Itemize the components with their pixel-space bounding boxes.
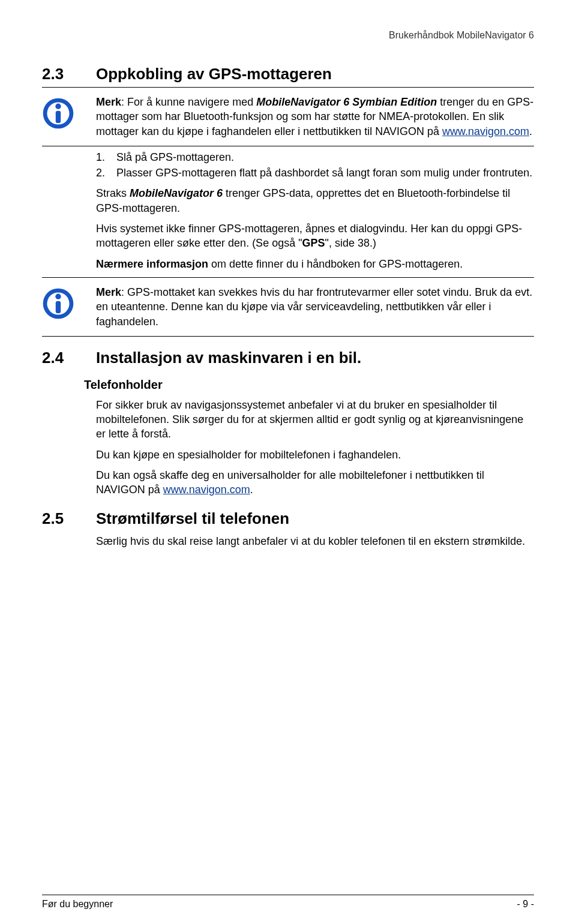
notice-icon xyxy=(42,97,74,130)
section-number: 2.5 xyxy=(42,509,96,528)
note-label: Merk xyxy=(96,96,121,108)
paragraph: Du kan kjøpe en spesialholder for mobilt… xyxy=(96,448,534,462)
text: om dette finner du i håndboken for GPS-m… xyxy=(208,258,463,270)
divider xyxy=(42,277,534,278)
notice-icon xyxy=(42,287,74,320)
paragraph-block: For sikker bruk av navigasjonssystemet a… xyxy=(96,398,534,497)
section-title: Strømtilførsel til telefonen xyxy=(96,509,289,528)
document-page: Brukerhåndbok MobileNavigator 6 2.3 Oppk… xyxy=(0,0,576,924)
paragraph: Straks MobileNavigator 6 trenger GPS-dat… xyxy=(96,186,534,215)
svg-point-7 xyxy=(55,294,61,299)
text: . xyxy=(250,484,253,496)
ref-gps: GPS xyxy=(302,237,325,249)
section-number: 2.4 xyxy=(42,349,96,367)
svg-rect-6 xyxy=(56,301,61,313)
svg-rect-2 xyxy=(56,111,61,123)
text: : GPS-mottaket kan svekkes hvis du har f… xyxy=(96,286,532,328)
section-title: Installasjon av maskinvaren i en bil. xyxy=(96,349,361,367)
text: Straks xyxy=(96,187,130,199)
paragraph-block: Særlig hvis du skal reise langt anbefale… xyxy=(96,534,534,548)
list-item: 2. Plasser GPS-mottageren flatt på dashb… xyxy=(96,166,534,180)
divider xyxy=(42,146,534,146)
label: Nærmere informasjon xyxy=(96,258,208,270)
list-item: 1. Slå på GPS-mottageren. xyxy=(96,150,534,164)
product-name: MobileNavigator 6 xyxy=(130,187,223,199)
link-navigon[interactable]: www.navigon.com xyxy=(442,125,529,137)
divider xyxy=(42,87,534,88)
page-footer: Før du begynner - 9 - xyxy=(42,895,534,910)
note-block-1: Merk: For å kunne navigere med MobileNav… xyxy=(42,90,534,143)
paragraph: Hvis systemet ikke finner GPS-mottageren… xyxy=(96,221,534,251)
paragraph: Nærmere informasjon om dette finner du i… xyxy=(96,257,534,271)
note-icon-cell xyxy=(42,95,96,130)
page-header: Brukerhåndbok MobileNavigator 6 xyxy=(42,30,534,41)
section-heading-2-5: 2.5 Strømtilførsel til telefonen xyxy=(42,509,534,528)
section-heading-2-4: 2.4 Installasjon av maskinvaren i en bil… xyxy=(42,349,534,367)
section-heading-2-3: 2.3 Oppkobling av GPS-mottageren xyxy=(42,65,534,83)
paragraph-block: Straks MobileNavigator 6 trenger GPS-dat… xyxy=(96,186,534,271)
list-text: Plasser GPS-mottageren flatt på dashbord… xyxy=(116,166,534,180)
divider xyxy=(42,336,534,337)
text: : For å kunne navigere med xyxy=(121,96,256,108)
note-text: Merk: GPS-mottaket kan svekkes hvis du h… xyxy=(96,285,534,329)
text: . xyxy=(529,125,532,137)
list-text: Slå på GPS-mottageren. xyxy=(116,150,534,164)
section-title: Oppkobling av GPS-mottageren xyxy=(96,65,332,83)
list-number: 1. xyxy=(96,150,116,164)
link-navigon[interactable]: www.navigon.com xyxy=(163,484,250,496)
text: Du kan også skaffe deg en universalholde… xyxy=(96,469,484,496)
note-text: Merk: For å kunne navigere med MobileNav… xyxy=(96,95,534,139)
footer-page-number: - 9 - xyxy=(517,899,534,910)
product-name: MobileNavigator 6 Symbian Edition xyxy=(256,96,437,108)
note-label: Merk xyxy=(96,286,121,298)
subsection-heading: Telefonholder xyxy=(84,378,534,392)
paragraph: Du kan også skaffe deg en universalholde… xyxy=(96,468,534,497)
list-number: 2. xyxy=(96,166,116,180)
footer-left: Før du begynner xyxy=(42,899,113,910)
paragraph: For sikker bruk av navigasjonssystemet a… xyxy=(96,398,534,442)
ordered-list: 1. Slå på GPS-mottageren. 2. Plasser GPS… xyxy=(96,150,534,181)
note-icon-cell xyxy=(42,285,96,320)
paragraph: Særlig hvis du skal reise langt anbefale… xyxy=(96,534,534,548)
text: ", side 38.) xyxy=(325,237,376,249)
svg-point-3 xyxy=(55,104,61,109)
note-block-2: Merk: GPS-mottaket kan svekkes hvis du h… xyxy=(42,280,534,334)
section-number: 2.3 xyxy=(42,65,96,83)
